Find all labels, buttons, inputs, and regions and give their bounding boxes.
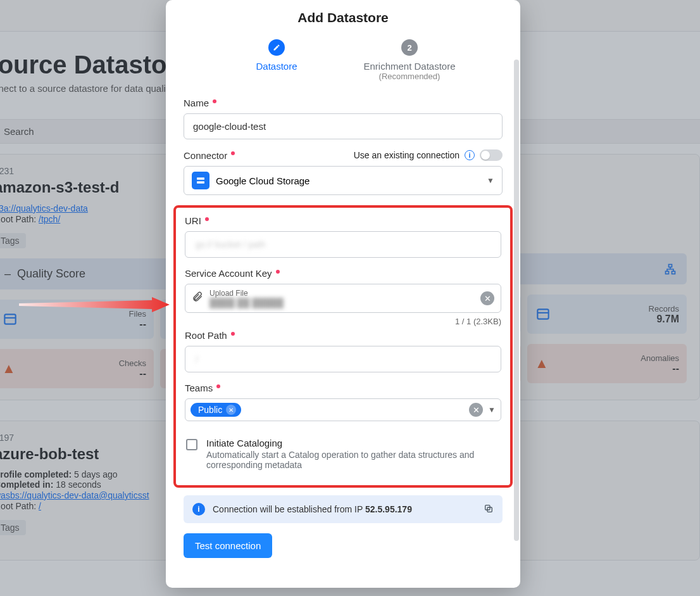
connector-value: Google Cloud Storage xyxy=(216,175,309,186)
connector-label: Connector xyxy=(184,150,235,161)
initiate-cataloging-title: Initiate Cataloging xyxy=(206,438,500,448)
name-label: Name xyxy=(184,98,503,108)
required-dot xyxy=(276,270,280,274)
modal-title: Add Datastore xyxy=(166,0,520,39)
teams-label: Teams xyxy=(185,383,501,393)
chevron-down-icon: ▼ xyxy=(487,176,494,185)
file-count-label: 1 / 1 (2.3KB) xyxy=(185,317,501,326)
connection-msg-prefix: Connection will be established from IP xyxy=(213,504,365,514)
step-2-sub: (Recommended) xyxy=(379,72,441,81)
name-input[interactable] xyxy=(184,113,503,139)
copy-ip-button[interactable] xyxy=(484,504,494,516)
uploaded-filename: ████ ██ █████ xyxy=(209,298,474,308)
info-icon: i xyxy=(192,503,205,516)
svg-rect-12 xyxy=(197,181,204,183)
existing-connection-toggle[interactable] xyxy=(480,149,503,161)
required-dot xyxy=(231,332,235,336)
upload-file-label: Upload File xyxy=(209,289,474,298)
file-upload-field[interactable]: Upload File ████ ██ █████ ✕ xyxy=(185,284,501,313)
required-dot xyxy=(231,151,235,155)
initiate-cataloging-desc: Automatically start a Catalog operation … xyxy=(206,450,500,470)
test-connection-button[interactable]: Test connection xyxy=(184,533,272,558)
step-1-label: Datastore xyxy=(256,61,297,72)
uri-label: URI xyxy=(185,215,501,226)
step-2-circle[interactable]: 2 xyxy=(401,39,418,56)
clear-teams-button[interactable]: ✕ xyxy=(469,403,483,417)
team-chip-public[interactable]: Public ✕ xyxy=(191,403,241,417)
teams-select[interactable]: Public ✕ ✕ ▼ xyxy=(185,398,501,421)
required-dot xyxy=(213,99,216,103)
info-icon[interactable]: i xyxy=(465,150,475,160)
initiate-cataloging-row[interactable]: Initiate Cataloging Automatically start … xyxy=(185,431,501,472)
svg-rect-11 xyxy=(197,177,204,179)
step-1-circle[interactable] xyxy=(268,39,285,56)
required-dot xyxy=(216,384,220,388)
gcs-icon xyxy=(192,172,209,189)
service-account-key-label: Service Account Key xyxy=(185,268,501,279)
initiate-cataloging-checkbox[interactable] xyxy=(186,439,197,450)
step-2-label: Enrichment Datastore xyxy=(363,61,455,72)
clear-file-button[interactable]: ✕ xyxy=(480,291,494,305)
pencil-icon xyxy=(273,44,280,51)
connection-ip: 52.5.95.179 xyxy=(365,504,412,514)
chevron-down-icon: ▼ xyxy=(488,405,496,414)
scrollbar-thumb[interactable] xyxy=(514,60,519,541)
required-dot xyxy=(205,217,209,221)
attachment-icon xyxy=(192,291,203,306)
stepper: Datastore 2 Enrichment Datastore (Recomm… xyxy=(184,39,503,81)
remove-chip-icon[interactable]: ✕ xyxy=(226,405,236,415)
connector-select[interactable]: Google Cloud Storage ▼ xyxy=(184,166,503,195)
connection-ip-banner: i Connection will be established from IP… xyxy=(184,495,503,523)
root-path-input[interactable]: / xyxy=(185,346,501,372)
highlighted-section: URI gs:// bucket / path Service Account … xyxy=(173,205,513,488)
existing-connection-label: Use an existing connection xyxy=(354,150,459,160)
uri-input[interactable]: gs:// bucket / path xyxy=(185,231,501,258)
add-datastore-modal: Add Datastore Datastore 2 Enrichment Dat… xyxy=(166,0,520,588)
root-path-label: Root Path xyxy=(185,330,501,341)
